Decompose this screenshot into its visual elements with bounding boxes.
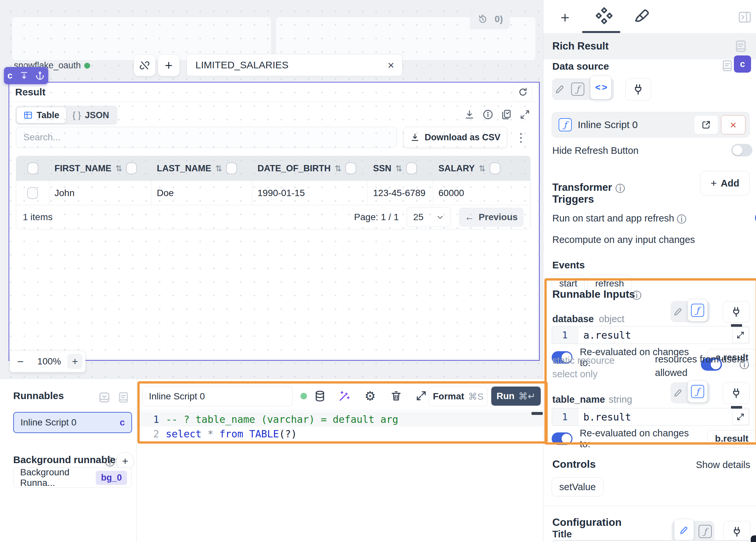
sort-icon[interactable]: ⇅: [479, 164, 486, 173]
result-refresh-button[interactable]: [513, 83, 533, 101]
background-runnable-item[interactable]: Background Runna... bg_0: [13, 467, 131, 488]
settings-gear-icon[interactable]: ⚙: [364, 390, 376, 402]
expand-icon[interactable]: [519, 109, 531, 120]
input-expression-editor[interactable]: 1 b.result: [552, 408, 750, 426]
code-line-2[interactable]: 2 select * from TABLE(?): [137, 426, 543, 441]
reeval-toggle[interactable]: [552, 432, 572, 445]
script-name-field: [143, 387, 292, 406]
plug-connect-button[interactable]: [723, 521, 750, 542]
code-line-1[interactable]: 1 -- ? table_name (varchar) = default ar…: [137, 412, 543, 426]
expand-editor-button[interactable]: [732, 327, 749, 343]
reeval-target-chip[interactable]: b.result: [707, 430, 756, 447]
pencil-mode-icon[interactable]: [673, 388, 683, 398]
pencil-mode-icon[interactable]: [674, 519, 694, 541]
datasource-icon[interactable]: [314, 390, 326, 402]
input-type: string: [609, 394, 632, 405]
more-options-icon[interactable]: ⋮: [515, 131, 527, 145]
hide-refresh-toggle[interactable]: [731, 144, 752, 156]
function-mode-icon[interactable]: ƒ: [688, 380, 707, 403]
sort-icon[interactable]: ⇅: [215, 164, 222, 173]
clear-input-icon[interactable]: ×: [380, 59, 402, 72]
column-toggle[interactable]: [345, 162, 356, 174]
column-header[interactable]: SALARY: [438, 163, 475, 174]
download-icon[interactable]: [464, 109, 475, 120]
runnable-item-inline-script[interactable]: Inline Script 0 c: [13, 412, 132, 433]
component-id-badge[interactable]: c: [734, 55, 751, 73]
column-header[interactable]: SSN: [373, 163, 392, 174]
rich-result-component[interactable]: Result Table { } JSON: [9, 83, 538, 359]
runnable-label: Background Runna...: [20, 467, 96, 488]
table-search-input[interactable]: [16, 132, 396, 143]
zoom-level: 100%: [31, 356, 67, 367]
docs-icon[interactable]: [720, 59, 734, 73]
show-details-link[interactable]: Show details: [696, 459, 750, 470]
format-button[interactable]: Format ⌘S: [429, 387, 488, 406]
column-toggle[interactable]: [126, 162, 137, 174]
row-checkbox[interactable]: [27, 187, 38, 199]
theme-brush-tab-icon[interactable]: [633, 8, 650, 25]
select-all-checkbox[interactable]: [27, 162, 38, 174]
add-transformer-button[interactable]: + Add: [700, 171, 750, 195]
function-mode-icon[interactable]: ƒ: [571, 83, 584, 96]
table-name-input[interactable]: [187, 59, 380, 71]
copy-icon[interactable]: [501, 109, 512, 120]
sort-icon[interactable]: ⇅: [395, 164, 402, 173]
add-column-button[interactable]: +: [158, 54, 180, 76]
column-header[interactable]: DATE_OF_BIRTH: [258, 163, 331, 174]
components-tab-icon[interactable]: [595, 7, 613, 26]
unlink-button[interactable]: [134, 54, 155, 76]
tab-json[interactable]: { } JSON: [66, 107, 116, 123]
previous-page-button[interactable]: ← Previous: [459, 208, 524, 227]
sort-icon[interactable]: ⇅: [335, 164, 342, 173]
expand-icon: [736, 331, 745, 339]
plug-connect-button[interactable]: [723, 382, 750, 404]
info-icon[interactable]: [482, 109, 494, 120]
column-header[interactable]: FIRST_NAME: [54, 163, 112, 174]
run-button[interactable]: Run ⌘↵: [491, 387, 541, 406]
page-size-select[interactable]: 25: [407, 207, 451, 227]
download-csv-button[interactable]: Download as CSV: [403, 127, 507, 148]
column-toggle[interactable]: [490, 162, 500, 174]
add-component-tab[interactable]: +: [561, 9, 569, 26]
scrollbar-thumb[interactable]: [532, 412, 543, 415]
scrollbar-thumb[interactable]: [731, 406, 742, 409]
zoom-out-button[interactable]: −: [10, 355, 31, 368]
input-expression-editor[interactable]: 1 a.result: [552, 326, 750, 344]
run-history-button[interactable]: [470, 9, 495, 29]
function-mode-icon[interactable]: ƒ: [699, 525, 712, 538]
delete-trash-icon[interactable]: [390, 390, 402, 402]
remove-script-button[interactable]: ×: [721, 115, 745, 134]
ai-wand-icon[interactable]: [338, 390, 351, 402]
docs-icon[interactable]: [117, 391, 130, 404]
column-toggle[interactable]: [406, 162, 417, 174]
linked-script-chip[interactable]: ƒ Inline Script 0 ×: [552, 112, 750, 138]
plug-connect-button[interactable]: [723, 301, 750, 323]
collapse-panel-icon[interactable]: [738, 10, 752, 24]
table-header-row: FIRST_NAME⇅ LAST_NAME⇅ DATE_OF_BIRTH⇅ SS…: [16, 156, 530, 181]
anchor-icon[interactable]: [35, 71, 45, 80]
script-name-input[interactable]: [143, 391, 292, 402]
column-toggle[interactable]: [226, 162, 237, 174]
sort-icon[interactable]: ⇅: [116, 164, 122, 173]
column-header[interactable]: LAST_NAME: [157, 163, 211, 174]
pencil-mode-icon[interactable]: [555, 84, 565, 94]
title-input[interactable]: [552, 540, 750, 542]
expand-editor-button[interactable]: [732, 409, 749, 425]
run-label: Run: [497, 391, 514, 401]
pencil-mode-icon[interactable]: [673, 307, 683, 317]
move-down-icon[interactable]: [19, 71, 29, 80]
zoom-in-button[interactable]: +: [67, 354, 83, 369]
plug-connect-button[interactable]: [625, 78, 651, 101]
tab-table[interactable]: Table: [17, 107, 66, 123]
expand-editor-icon[interactable]: [415, 390, 427, 402]
control-chip-setvalue[interactable]: setValue: [552, 477, 603, 496]
collapse-section-icon[interactable]: [98, 391, 111, 404]
open-script-button[interactable]: [694, 115, 718, 134]
function-mode-icon[interactable]: ƒ: [688, 299, 707, 322]
code-mode-icon[interactable]: < >: [590, 76, 611, 99]
docs-icon[interactable]: [734, 39, 748, 53]
app-canvas[interactable]: (0) snowflake_oauth + × Result: [0, 0, 543, 379]
table-row[interactable]: John Doe 1990-01-15 123-45-6789 60000: [16, 181, 530, 205]
scrollbar-thumb[interactable]: [731, 324, 742, 327]
selected-component-chip[interactable]: c: [4, 67, 48, 84]
